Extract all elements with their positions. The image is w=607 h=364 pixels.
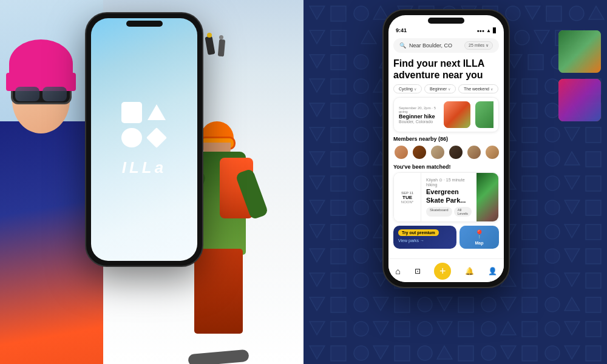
nav-notifications[interactable]: 🔔 [465,267,474,275]
svg-point-140 [354,249,368,263]
match-tags: Skateboard All Levels [426,207,472,217]
svg-point-42 [354,79,368,93]
member-avatars [393,144,499,160]
svg-rect-179 [586,297,601,312]
svg-marker-16 [361,30,376,44]
nav-add-button[interactable]: + [434,263,451,280]
avatar-5 [466,144,482,160]
svg-marker-152 [310,273,325,286]
nav-home[interactable]: ⌂ [395,266,400,276]
svg-point-9 [506,6,520,21]
search-bar[interactable]: 🔍 Near Boulder, CO 25 miles ∨ [393,38,499,53]
svg-point-191 [545,322,560,336]
bottom-cards: Try out premium View parks → 📍 Map [393,226,499,249]
status-bar: 9:41 ●●● ▲ ▊ [388,22,504,36]
svg-rect-165 [586,273,601,288]
svg-marker-10 [525,6,540,19]
match-user: Kiiyah ⊙ · 15 minute hiking [426,178,472,187]
svg-rect-167 [331,297,346,312]
svg-point-185 [418,322,432,336]
search-location-text: Near Boulder, CO [409,42,461,49]
svg-rect-123 [586,200,601,215]
avatar-6 [484,144,500,160]
svg-point-154 [354,273,368,288]
event-date: September 20, 2pm · 5 going [399,106,439,113]
svg-marker-136 [565,224,580,238]
svg-marker-186 [437,322,452,335]
svg-marker-166 [310,297,325,311]
svg-rect-97 [331,176,346,191]
svg-rect-95 [586,152,601,167]
distance-badge[interactable]: 25 miles ∨ [464,41,493,50]
nav-bookmark[interactable]: ⊡ [415,267,421,275]
svg-rect-134 [522,224,537,240]
members-section: Members nearby (86) [393,136,499,160]
svg-rect-83 [331,152,346,167]
logo-shape-diamond [147,128,168,148]
svg-marker-200 [437,346,452,359]
svg-point-196 [354,346,368,360]
svg-point-135 [545,224,560,239]
logo-shape-triangle [147,102,168,123]
svg-rect-139 [331,249,346,264]
svg-point-121 [545,200,560,215]
dynamic-island-left [126,21,163,27]
svg-point-84 [354,152,368,166]
event-photo [444,101,470,128]
svg-rect-176 [522,297,537,312]
nav-profile[interactable]: 👤 [488,267,497,275]
svg-marker-169 [373,297,388,311]
svg-point-98 [354,176,368,190]
chip-beginner[interactable]: Beginner ∨ [424,84,456,93]
svg-rect-78 [522,127,537,143]
matched-card[interactable]: SEP 11 TUE NOON* Kiiyah ⊙ · 15 minute hi… [393,172,499,221]
svg-rect-11 [546,6,561,21]
svg-point-23 [515,30,529,45]
chip-cycling[interactable]: Cycling ∨ [393,84,422,93]
svg-rect-109 [586,176,601,191]
premium-card[interactable]: Try out premium View parks → [393,226,456,249]
svg-point-171 [418,297,432,312]
event-card[interactable]: September 20, 2pm · 5 going Beginner hik… [393,97,499,132]
svg-rect-41 [331,79,346,94]
app-headline: Find your next ILLA adventure near you [393,58,499,81]
deco-photo-1 [558,30,601,73]
event-info: September 20, 2pm · 5 going Beginner hik… [399,106,439,124]
svg-rect-195 [331,346,346,361]
map-card[interactable]: 📍 Map [459,226,499,249]
svg-point-112 [354,200,368,215]
wifi-icon: ▲ [486,28,491,33]
svg-marker-206 [565,346,580,359]
svg-marker-172 [437,297,452,311]
svg-marker-164 [565,273,580,286]
tag-all-levels: All Levels [454,207,472,217]
svg-point-205 [545,346,560,360]
svg-marker-197 [373,346,388,359]
svg-rect-151 [586,249,601,264]
svg-point-163 [545,273,560,288]
svg-rect-204 [522,346,537,361]
next-event-preview [475,101,493,128]
view-parks-link[interactable]: View parks → [398,238,452,243]
left-panel: ILLa [0,0,304,364]
svg-rect-187 [458,322,473,337]
svg-marker-189 [501,322,516,335]
signal-icon: ●●● [476,29,484,33]
svg-marker-183 [373,322,388,335]
right-panel: 9:41 ●●● ▲ ▊ 🔍 Near Boulder, CO 25 miles… [304,0,607,364]
avatar-1 [393,144,409,160]
chip-weekend[interactable]: The weekend ∨ [458,84,498,93]
svg-point-202 [481,346,496,360]
status-icons: ●●● ▲ ▊ [476,28,497,33]
svg-marker-96 [310,176,325,189]
svg-rect-170 [395,297,410,312]
deco-photo-2 [558,79,601,121]
svg-rect-198 [395,346,410,361]
app-content: Find your next ILLA adventure near you C… [388,55,504,258]
svg-marker-203 [501,346,516,359]
search-icon: 🔍 [399,42,406,49]
svg-rect-184 [395,322,410,337]
matched-title: You've been matched! [393,164,499,170]
svg-marker-110 [310,200,325,214]
map-label: Map [475,241,484,245]
